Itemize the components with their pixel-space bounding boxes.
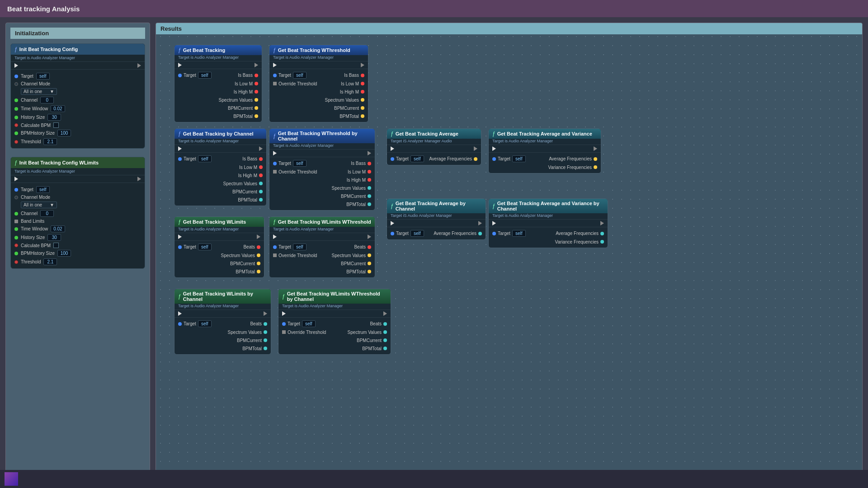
gbt-wl-title: Get Beat Tracking WLimits — [183, 219, 246, 225]
history-size-pin-1 — [14, 116, 18, 119]
gbt-avg-exec-in[interactable] — [391, 146, 394, 151]
gbt-bc-bpmcurrent — [259, 190, 263, 193]
gbt-exec — [175, 61, 262, 69]
node-gbt-subtitle: Target is Audio Analyzer Manager — [175, 55, 262, 61]
exec-row-1 — [11, 62, 145, 70]
func-icon-gbt-wlwtbc: ƒ — [282, 293, 285, 300]
gbt-wt-bc-body: Targetself Is Bass Override Threshold Is… — [269, 157, 375, 210]
gbt-avg-bc-exec-out[interactable] — [478, 221, 482, 225]
channel-mode-dropdown-1[interactable]: All in one ▼ — [14, 87, 141, 96]
exec-out-1[interactable] — [137, 63, 141, 68]
channel-mode-select-1[interactable]: All in one ▼ — [21, 88, 57, 95]
init-config-node-2: ƒ Init Beat Tracking Config WLimits Targ… — [10, 157, 145, 269]
gbt-avgvar-subtitle: Target is Audio Analyzer Manager — [489, 139, 601, 145]
time-window-pin-2 — [14, 227, 18, 231]
gbt-wt-bc-exec-in[interactable] — [273, 151, 277, 155]
channel-mode-select-2[interactable]: All in one ▼ — [21, 202, 57, 208]
calc-bpm-row-2: Calculate BPM — [14, 242, 141, 249]
gbt-wt-exec-out[interactable] — [361, 63, 364, 67]
gbt-wt-exec-in[interactable] — [273, 63, 277, 67]
gbt-avgvar-bc-target-in — [492, 232, 496, 235]
gbt-wt-title: Get Beat Tracking WThreshold — [278, 47, 350, 53]
gbt-wlwtbc-header: ƒ Get Beat Tracking WLimits WThreshold b… — [278, 289, 391, 304]
node-gbt-wthreshold: ƒ Get Beat Tracking WThreshold Target is… — [269, 45, 368, 122]
gbt-wlwtbc-bpmtotal — [383, 347, 387, 350]
override-thresh-icon-2 — [273, 170, 277, 174]
gbt-wlwtbc-exec-in[interactable] — [282, 311, 286, 316]
gbt-avgvar-bc-avgfreq — [600, 232, 604, 235]
exec-in-1[interactable] — [14, 63, 18, 68]
gbt-avgvar-title: Get Beat Tracking Average and Variance — [497, 131, 592, 136]
gbt-avgvar-exec-out[interactable] — [594, 146, 597, 151]
gbt-wlbc-exec — [175, 310, 271, 318]
gbt-wlbc-bpmtotal — [264, 347, 267, 350]
gbt-avgvar-bc-exec-in[interactable] — [492, 221, 496, 225]
band-limits-row: Band Limits — [14, 218, 141, 225]
gbt-wlbc-exec-out[interactable] — [264, 311, 267, 316]
gbt-spectrum-out — [255, 98, 258, 102]
gbt-wl-beats — [257, 245, 260, 249]
func-icon-gbt-wt-bc: ƒ — [273, 133, 276, 139]
gbt-avg-bc-exec-in[interactable] — [391, 221, 394, 225]
gbt-wl-bpmtotal — [257, 270, 260, 273]
init-config-1-body: Target self Channel Mode All in one ▼ Ch… — [11, 70, 145, 148]
gbt-wt-bc-islowm — [368, 170, 371, 174]
page-title: Beat tracking Analysis — [7, 5, 80, 13]
gbt-wlwt-spectrum — [368, 253, 371, 257]
init-panel: Initialization ƒ Init Beat Tracking Conf… — [5, 23, 150, 483]
gbt-bc-spectrum — [259, 182, 263, 185]
gbt-wlwt-exec-out[interactable] — [368, 235, 371, 239]
history-size-label-1: History Size — [21, 115, 45, 120]
gbt-avg-bc-avgfreq — [478, 232, 482, 235]
gbt-avgvar-bc-varfreq — [600, 240, 604, 244]
gbt-wlwtbc-exec-out[interactable] — [383, 311, 387, 316]
history-size-label-2: History Size — [21, 235, 45, 240]
gbt-wlwtbc-body: Targetself Beats Override Threshold Spec… — [278, 318, 391, 354]
gbt-wlbc-exec-in[interactable] — [178, 311, 182, 316]
gbt-wlwt-header: ƒ Get Beat Tracking WLimits WThreshold — [269, 217, 375, 227]
calc-bpm-pin-2 — [14, 244, 18, 247]
gbt-avg-target-in — [391, 157, 394, 161]
history-size-pin-2 — [14, 236, 18, 239]
threshold-pin-2 — [14, 260, 18, 264]
gbt-avg-exec-out[interactable] — [474, 146, 477, 151]
gbt-avgvar-exec-in[interactable] — [492, 146, 496, 151]
gbt-avg-bc-body: Targetself Average Frequencies — [387, 227, 486, 239]
channel-mode-dropdown-2[interactable]: All in one ▼ — [14, 201, 141, 209]
gbt-bc-exec-out[interactable] — [259, 146, 263, 151]
node-gbt-by-channel: ƒ Get Beat Tracking by Channel Target is… — [174, 128, 267, 206]
gbt-exec-out[interactable] — [255, 63, 258, 67]
gbt-avgvar-bc-exec — [489, 220, 608, 227]
gbt-wlwt-target-in — [273, 245, 277, 249]
gbt-avgvar-bc-body: Targetself Average Frequencies Variance … — [489, 227, 608, 248]
threshold-row-1: Threshold 2.1 — [14, 137, 141, 146]
calc-bpm-check-1[interactable] — [53, 122, 59, 128]
gbt-wlbc-target-in — [178, 322, 182, 326]
func-icon-gbt-wl: ƒ — [178, 219, 181, 225]
func-icon-gbt-wlwt: ƒ — [273, 219, 276, 225]
gbt-wl-exec-in[interactable] — [178, 235, 182, 239]
gbt-wl-exec-out[interactable] — [257, 235, 260, 239]
exec-in-2[interactable] — [14, 177, 18, 181]
init-config-1-header: ƒ Init Beat Tracking Config — [11, 44, 145, 55]
gbt-avgvar-target-in — [492, 157, 496, 161]
bpm-history-pin-1 — [14, 131, 18, 135]
gbt-wlwt-exec-in[interactable] — [273, 235, 277, 239]
calc-bpm-check-2[interactable] — [53, 243, 59, 248]
gbt-avgvar-bc-header: ƒ Get Beat Tracking Average and Variance… — [489, 199, 608, 213]
channel-pin-1 — [14, 99, 18, 102]
gbt-wt-bc-exec-out[interactable] — [368, 151, 371, 155]
gbt-wt-islowm — [361, 82, 364, 85]
results-panel-header: Results — [156, 23, 862, 34]
exec-out-2[interactable] — [137, 177, 141, 181]
node-gbt-title: Get Beat Tracking — [183, 47, 226, 53]
node-gbt-avg-var-by-channel: ƒ Get Beat Tracking Average and Variance… — [488, 198, 608, 248]
gbt-exec-in[interactable] — [178, 63, 182, 67]
channel-mode-pin — [14, 82, 18, 86]
gbt-wt-bc-subtitle: Target is Audio Analyzer Manager — [269, 143, 375, 150]
gbt-avgvar-bc-exec-out[interactable] — [600, 221, 604, 225]
channel-row-2: Channel 0 — [14, 209, 141, 218]
gbt-wt-bc-isbass — [368, 162, 371, 165]
gbt-wt-bc-exec — [269, 150, 375, 157]
gbt-bc-exec-in[interactable] — [178, 146, 182, 151]
